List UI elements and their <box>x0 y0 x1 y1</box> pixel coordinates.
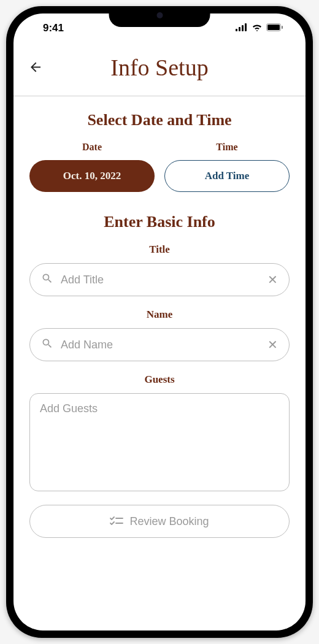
title-input[interactable] <box>61 274 260 286</box>
title-field-block: Title ✕ <box>29 243 290 296</box>
section-title-basic: Enter Basic Info <box>29 213 290 231</box>
status-icons <box>236 22 283 34</box>
time-pill[interactable]: Add Time <box>164 160 290 192</box>
wifi-icon <box>252 22 263 34</box>
name-input[interactable] <box>61 339 260 351</box>
header: Info Setup <box>13 43 306 96</box>
name-field-label: Name <box>29 309 290 321</box>
search-icon <box>41 337 53 352</box>
svg-rect-0 <box>236 29 237 31</box>
svg-rect-6 <box>282 26 283 29</box>
svg-rect-2 <box>242 25 244 31</box>
date-value: Oct. 10, 2022 <box>63 170 121 182</box>
signal-icon <box>236 22 248 34</box>
clear-icon[interactable]: ✕ <box>267 272 278 287</box>
content: Select Date and Time Date Oct. 10, 2022 … <box>13 96 306 538</box>
name-input-container: ✕ <box>29 328 290 361</box>
clear-icon[interactable]: ✕ <box>267 337 278 352</box>
arrow-left-icon <box>28 60 43 75</box>
guests-field-block: Guests <box>29 374 290 491</box>
time-label: Time <box>164 142 290 153</box>
time-column: Time Add Time <box>164 142 290 192</box>
svg-rect-1 <box>239 27 240 31</box>
status-time: 9:41 <box>43 22 64 34</box>
checklist-icon <box>110 516 123 526</box>
guests-textarea[interactable] <box>40 402 279 482</box>
date-column: Date Oct. 10, 2022 <box>29 142 155 192</box>
page-title: Info Setup <box>28 54 291 81</box>
datetime-row: Date Oct. 10, 2022 Time Add Time <box>29 142 290 192</box>
name-field-block: Name ✕ <box>29 309 290 361</box>
review-booking-button[interactable]: Review Booking <box>29 505 290 538</box>
time-value: Add Time <box>205 170 250 182</box>
svg-rect-3 <box>245 23 247 31</box>
phone-screen: 9:41 Info Setup Select Date and Time <box>13 13 306 631</box>
search-icon <box>41 272 53 287</box>
phone-frame: 9:41 Info Setup Select Date and Time <box>6 6 313 638</box>
back-button[interactable] <box>28 60 43 79</box>
notch <box>109 6 210 27</box>
title-field-label: Title <box>29 243 290 256</box>
svg-rect-5 <box>267 25 280 30</box>
date-pill[interactable]: Oct. 10, 2022 <box>29 160 155 192</box>
guests-field-label: Guests <box>29 374 290 386</box>
review-booking-label: Review Booking <box>129 515 209 528</box>
battery-icon <box>266 22 283 34</box>
title-input-container: ✕ <box>29 263 290 296</box>
date-label: Date <box>29 142 155 153</box>
guests-textarea-container <box>29 393 290 491</box>
section-title-datetime: Select Date and Time <box>29 111 290 129</box>
